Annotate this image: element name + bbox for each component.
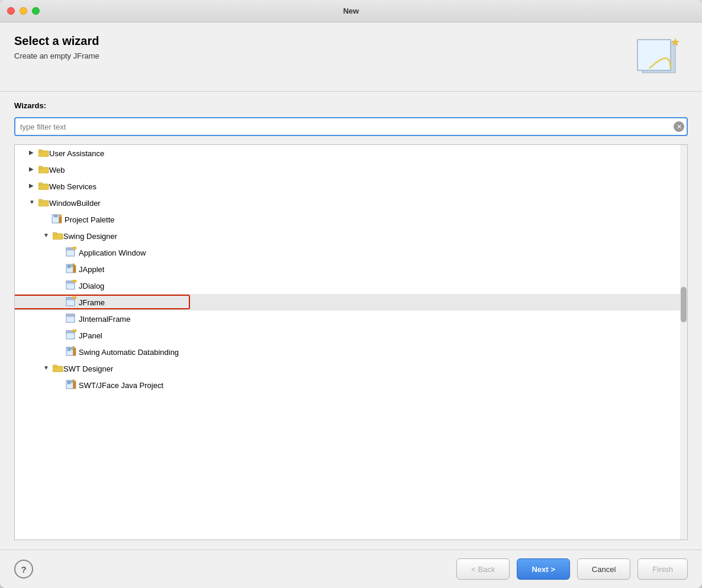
jframe-label: JFrame (79, 298, 105, 307)
expand-arrow (43, 364, 51, 373)
next-button[interactable]: Next > (517, 558, 569, 580)
jpanel-label: JPanel (79, 331, 102, 340)
folder-icon-user-assistance (38, 148, 49, 159)
svg-point-33 (73, 296, 76, 299)
file-icon-swing-databinding (66, 346, 76, 358)
jdialog-label: JDialog (79, 282, 104, 290)
svg-rect-6 (38, 166, 43, 169)
web-label: Web (49, 166, 65, 175)
tree-item-jdialog[interactable]: JDialog (15, 277, 687, 294)
tree-item-swt-designer[interactable]: SWT Designer (15, 360, 687, 377)
svg-marker-44 (73, 346, 76, 348)
file-icon-jdialog (66, 280, 76, 292)
tree-item-jinternalframe[interactable]: JInternalFrame (15, 311, 687, 327)
application-window-label: Application Window (79, 248, 146, 257)
svg-rect-10 (38, 199, 43, 202)
help-button[interactable]: ? (14, 560, 33, 579)
swing-auto-databinding-label: Swing Automatic Databinding (79, 348, 179, 357)
wizard-icon-container (629, 34, 688, 82)
tree-item-swing-auto-databinding[interactable]: Swing Automatic Databinding (15, 344, 687, 360)
svg-rect-16 (53, 232, 57, 235)
svg-marker-25 (73, 263, 76, 266)
svg-rect-46 (53, 365, 57, 367)
tree-item-project-palette[interactable]: Project Palette (15, 211, 687, 228)
tree-item-jframe[interactable]: JFrame (15, 294, 687, 311)
svg-rect-49 (71, 381, 73, 383)
minimize-button[interactable] (20, 7, 27, 15)
svg-rect-12 (54, 215, 57, 217)
swt-designer-label: SWT Designer (63, 364, 113, 373)
tree-item-swing-designer[interactable]: Swing Designer (15, 228, 687, 244)
scrollbar-track (680, 145, 687, 539)
tree-item-swt-jface-java-project[interactable]: SWT/JFace Java Project (15, 377, 687, 393)
folder-icon-swing-designer (53, 231, 63, 241)
file-icon-jpanel (66, 329, 76, 342)
svg-rect-1 (637, 40, 671, 70)
svg-rect-41 (67, 348, 70, 351)
folder-icon-windowbuilder (38, 198, 49, 208)
dialog-content: Select a wizard Create an empty JFrame (0, 22, 702, 588)
svg-point-39 (73, 329, 76, 332)
expand-arrow (29, 199, 37, 207)
close-button[interactable] (7, 7, 15, 15)
header-text: Select a wizard Create an empty JFrame (14, 34, 99, 60)
header-section: Select a wizard Create an empty JFrame (0, 22, 702, 92)
finish-button[interactable]: Finish (637, 558, 688, 580)
folder-icon-web (38, 165, 49, 175)
svg-rect-35 (66, 314, 75, 316)
expand-arrow (29, 149, 37, 157)
svg-point-20 (73, 247, 76, 250)
search-container: ✕ (14, 117, 688, 136)
swt-jface-label: SWT/JFace Java Project (79, 381, 163, 390)
file-icon-jinternalframe (66, 313, 76, 325)
main-area: Wizards: ✕ User Assistance (0, 92, 702, 550)
windowbuilder-label: WindowBuilder (49, 199, 101, 208)
traffic-lights (7, 7, 40, 15)
japplet-label: JApplet (79, 265, 104, 274)
expand-arrow (29, 182, 37, 190)
back-button[interactable]: < Back (456, 558, 510, 580)
wizard-tree[interactable]: User Assistance Web (14, 144, 688, 540)
tree-item-japplet[interactable]: JApplet (15, 261, 687, 277)
file-icon-swt-jface (66, 379, 76, 392)
cancel-button[interactable]: Cancel (577, 558, 630, 580)
svg-rect-22 (67, 265, 70, 268)
user-assistance-label: User Assistance (49, 149, 104, 158)
svg-rect-42 (71, 348, 73, 350)
file-icon-application-window (66, 247, 76, 259)
svg-marker-51 (73, 379, 76, 382)
dialog-footer: ? < Back Next > Cancel Finish (0, 550, 702, 588)
tree-item-jpanel[interactable]: JPanel (15, 327, 687, 344)
wizards-label: Wizards: (14, 101, 688, 110)
titlebar: New (0, 0, 702, 22)
tree-item-windowbuilder[interactable]: WindowBuilder (15, 195, 687, 211)
window-title: New (343, 7, 359, 15)
svg-rect-14 (59, 215, 62, 217)
dialog-title: Select a wizard (14, 34, 99, 48)
tree-item-web-services[interactable]: Web Services (15, 178, 687, 195)
maximize-button[interactable] (32, 7, 40, 15)
folder-icon-web-services (38, 182, 49, 192)
expand-arrow (43, 232, 51, 240)
svg-rect-4 (38, 150, 43, 152)
expand-arrow (29, 166, 37, 174)
web-services-label: Web Services (49, 182, 96, 191)
tree-item-application-window[interactable]: Application Window (15, 244, 687, 261)
dialog-subtitle: Create an empty JFrame (14, 51, 99, 60)
search-clear-button[interactable]: ✕ (674, 121, 684, 132)
search-input[interactable] (14, 117, 688, 136)
dialog-window: New Select a wizard Create an empty JFra… (0, 0, 702, 588)
tree-item-user-assistance[interactable]: User Assistance (15, 145, 687, 161)
project-palette-label: Project Palette (65, 215, 115, 224)
file-icon-jframe (66, 296, 76, 309)
swing-designer-label: Swing Designer (63, 232, 117, 241)
tree-item-web[interactable]: Web (15, 161, 687, 178)
folder-icon-swt-designer (53, 364, 63, 374)
svg-rect-48 (67, 381, 70, 384)
wizard-graphic-icon (632, 36, 685, 80)
scrollbar-thumb[interactable] (681, 287, 687, 322)
file-icon-project-palette (51, 214, 62, 226)
jinternalframe-label: JInternalFrame (79, 315, 130, 324)
file-icon-japplet (66, 263, 76, 276)
svg-rect-23 (71, 265, 73, 267)
